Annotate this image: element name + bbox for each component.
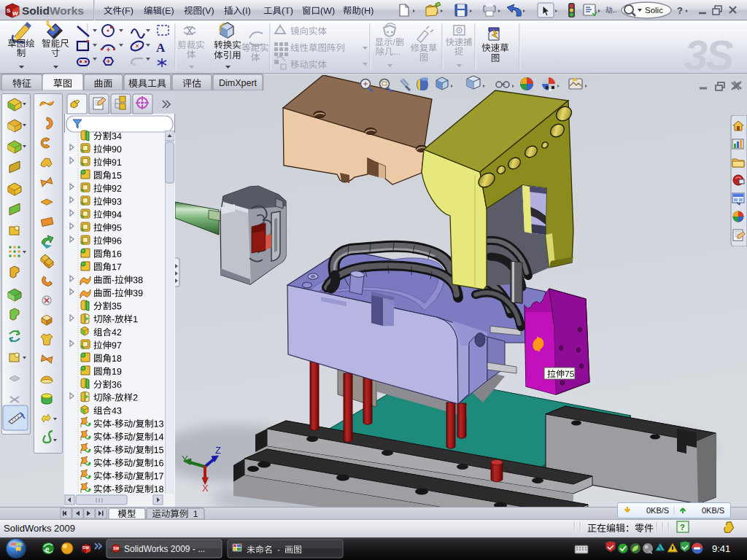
svg-text:0KB/S: 0KB/S [702,506,724,515]
svg-text:A: A [156,41,166,55]
svg-text:DimXpert: DimXpert [219,78,258,88]
svg-text:SW: SW [82,545,90,550]
svg-text:?: ? [677,5,683,16]
svg-text:Solic: Solic [645,6,663,15]
svg-text:?: ? [680,523,685,532]
svg-text:e: e [45,545,50,553]
svg-text:0KB/S: 0KB/S [646,506,669,515]
svg-text:9:41: 9:41 [712,543,730,554]
svg-text:SolidWorks 2009 - ...: SolidWorks 2009 - ... [124,544,205,554]
svg-text:劫..: 劫.. [605,6,617,14]
svg-text:SW: SW [113,547,119,551]
